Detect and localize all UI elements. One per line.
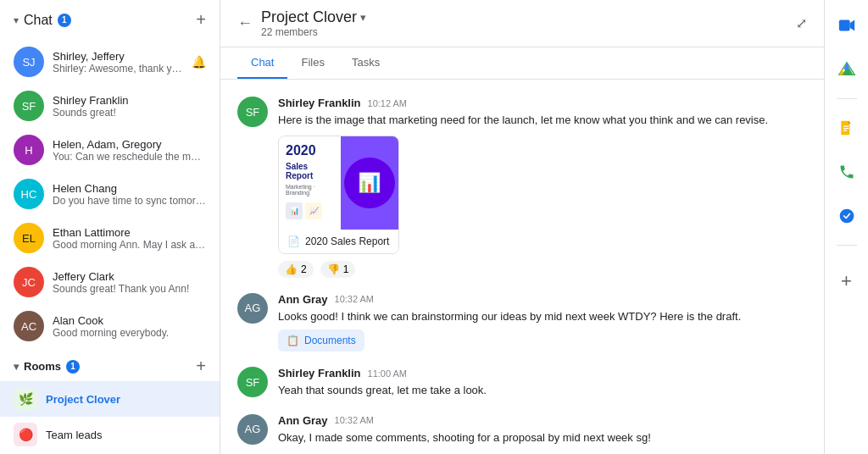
sr-year: 2020 <box>286 143 334 158</box>
chat-item-helen-chang[interactable]: HC Helen Chang Do you have time to sync … <box>0 172 220 216</box>
message-header: Ann Gray 10:32 AM <box>278 293 807 306</box>
messages-list: SF Shirley Franklin 10:12 AM Here is the… <box>220 80 824 454</box>
chat-item-shirley-jeffery[interactable]: SJ Shirley, Jeffery Shirley: Awesome, th… <box>0 40 220 84</box>
chat-badge: 1 <box>58 14 71 27</box>
message-text: Looks good! I think we can brainstorming… <box>278 308 807 325</box>
rooms-list: 🌿 Project Clover 🔴 Team leads M Marketin… <box>0 381 220 454</box>
chat-info: Shirley Franklin Sounds great! <box>53 94 206 119</box>
back-button[interactable]: ← <box>237 14 253 32</box>
chat-item-alan-cook[interactable]: AC Alan Cook Good morning everybody. <box>0 304 220 348</box>
attachment-title: 2020 Sales Report <box>305 235 389 247</box>
chat-name: Shirley Franklin <box>53 94 206 107</box>
chat-info: Helen Chang Do you have time to sync tom… <box>53 182 206 207</box>
reaction-thumbsup[interactable]: 👍 2 <box>278 261 314 278</box>
docs-icon[interactable] <box>832 113 862 143</box>
notification-bell-icon: 🔔 <box>192 55 206 69</box>
svg-rect-4 <box>843 130 846 131</box>
tasks-check-icon[interactable] <box>832 201 862 231</box>
message-time: 10:12 AM <box>368 98 407 108</box>
sender-name: Ann Gray <box>278 414 328 427</box>
chat-title-label: Chat <box>24 13 53 28</box>
attachment-file-icon: 📄 <box>287 235 300 247</box>
thumbsdown-count: 1 <box>343 263 349 275</box>
rooms-title-label: Rooms <box>24 360 61 373</box>
meet-icon[interactable] <box>832 10 862 41</box>
sender-name: Ann Gray <box>278 293 328 306</box>
chat-item-jeffery-clark[interactable]: JC Jeffery Clark Sounds great! Thank you… <box>0 260 220 304</box>
message-3: SF Shirley Franklin 11:00 AM Yeah that s… <box>237 367 807 399</box>
svg-rect-2 <box>843 126 849 127</box>
chat-preview: Sounds great! Thank you Ann! <box>53 283 206 295</box>
avatar: AG <box>237 293 268 324</box>
chat-name: Helen, Adam, Gregory <box>53 138 206 151</box>
tab-tasks[interactable]: Tasks <box>338 47 393 79</box>
chat-name: Helen Chang <box>53 182 206 195</box>
chat-preview: Shirley: Awesome, thank you for the... <box>53 63 183 75</box>
sr-chart-icon: 📊 <box>358 172 381 194</box>
chat-preview: You: Can we reschedule the meeting for..… <box>53 151 206 163</box>
expand-button[interactable]: ⤢ <box>796 15 807 31</box>
add-chat-button[interactable]: + <box>196 10 206 30</box>
sr-report-label: SalesReport <box>286 162 334 180</box>
right-sidebar: + <box>824 0 868 454</box>
phone-icon[interactable] <box>832 157 862 187</box>
chat-preview: Good morning everybody. <box>53 327 206 339</box>
chat-list: SJ Shirley, Jeffery Shirley: Awesome, th… <box>0 40 220 348</box>
chat-name: Shirley, Jeffery <box>53 50 183 63</box>
message-time: 11:00 AM <box>368 368 407 379</box>
drive-icon[interactable] <box>832 54 862 85</box>
chat-info: Ethan Lattimore Good morning Ann. May I … <box>53 226 206 251</box>
sr-left: 2020 SalesReport Marketing · Branding 📊 … <box>279 136 341 230</box>
room-item-team-leads[interactable]: 🔴 Team leads <box>0 417 220 452</box>
message-content: Shirley Franklin 10:12 AM Here is the im… <box>278 97 807 278</box>
svg-rect-0 <box>838 20 849 31</box>
message-2: AG Ann Gray 10:32 AM Looks good! I think… <box>237 293 807 352</box>
doc-attachment[interactable]: 📋 Documents <box>278 329 364 352</box>
chat-item-helen-adam-gregory[interactable]: H Helen, Adam, Gregory You: Can we resch… <box>0 128 220 172</box>
avatar: EL <box>14 223 44 253</box>
chat-preview: Do you have time to sync tomorrow mori..… <box>53 195 206 207</box>
chat-item-shirley-franklin[interactable]: SF Shirley Franklin Sounds great! <box>0 84 220 128</box>
add-room-button[interactable]: + <box>196 357 206 376</box>
chat-info: Shirley, Jeffery Shirley: Awesome, thank… <box>53 50 183 75</box>
avatar: SJ <box>14 47 44 77</box>
avatar: SF <box>14 91 44 121</box>
chat-preview: Good morning Ann. May I ask a question? <box>53 239 206 251</box>
reaction-thumbsdown[interactable]: 👎 1 <box>320 261 356 278</box>
attachment-sales-report[interactable]: 2020 SalesReport Marketing · Branding 📊 … <box>278 136 399 254</box>
message-text: Yeah that sounds great, let me take a lo… <box>278 382 807 399</box>
avatar: AC <box>14 311 44 341</box>
dropdown-chevron-icon[interactable]: ▾ <box>360 11 366 24</box>
message-header: Shirley Franklin 11:00 AM <box>278 367 807 379</box>
avatar: SF <box>237 367 268 397</box>
attachment-preview: 2020 SalesReport Marketing · Branding 📊 … <box>279 136 398 230</box>
avatar: AG <box>237 414 268 445</box>
message-content: Shirley Franklin 11:00 AM Yeah that soun… <box>278 367 807 399</box>
sender-name: Shirley Franklin <box>278 367 361 379</box>
avatar: SF <box>237 97 268 127</box>
message-time: 10:32 AM <box>335 294 374 304</box>
sender-name: Shirley Franklin <box>278 97 361 109</box>
room-title-text: Project Clover <box>261 8 357 26</box>
room-icon-team-leads: 🔴 <box>14 423 37 446</box>
avatar: H <box>14 135 44 165</box>
room-item-project-clover[interactable]: 🌿 Project Clover <box>0 381 220 417</box>
svg-point-5 <box>839 209 854 224</box>
chat-info: Helen, Adam, Gregory You: Can we resched… <box>53 138 206 163</box>
rooms-section-title[interactable]: ▾ Rooms 1 <box>14 360 80 374</box>
tab-files[interactable]: Files <box>287 47 337 79</box>
chat-section-title[interactable]: ▾ Chat 1 <box>14 13 71 28</box>
rs-divider <box>837 98 857 99</box>
rooms-badge: 1 <box>66 360 80 374</box>
chat-info: Alan Cook Good morning everybody. <box>53 314 206 339</box>
chat-item-ethan-lattimore[interactable]: EL Ethan Lattimore Good morning Ann. May… <box>0 216 220 260</box>
message-1: SF Shirley Franklin 10:12 AM Here is the… <box>237 97 807 278</box>
add-app-button[interactable]: + <box>832 266 862 296</box>
message-content: Ann Gray 10:32 AM Looks good! I think we… <box>278 293 807 352</box>
chat-name: Jeffery Clark <box>53 270 206 283</box>
reactions: 👍 2 👎 1 <box>278 261 807 278</box>
attachment-label: 📄 2020 Sales Report <box>279 230 398 253</box>
tab-chat[interactable]: Chat <box>237 47 287 79</box>
room-name: Team leads <box>46 429 102 441</box>
chat-name: Ethan Lattimore <box>53 226 206 239</box>
